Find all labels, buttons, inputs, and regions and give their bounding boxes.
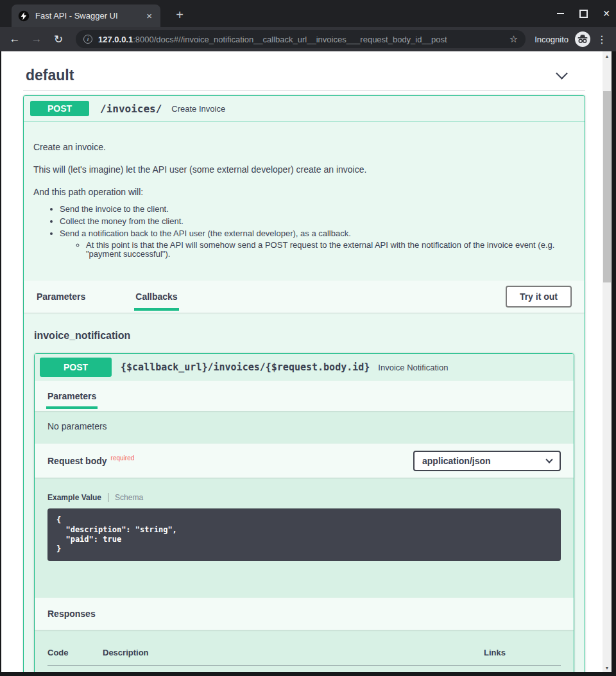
new-tab-button[interactable]: +	[171, 6, 189, 24]
parameters-header-row: Parameters	[35, 381, 574, 411]
window-controls: ✕	[556, 5, 611, 22]
operation-path: /invoices/	[100, 103, 162, 115]
swagger-page: default POST /invoices/ Create Invoice C…	[1, 51, 603, 672]
tab-strip: Fast API - Swagger UI × + ✕	[0, 0, 616, 27]
request-body-label: Request bodyrequired	[47, 456, 134, 466]
example-code-block: { "description": "string", "paid": true …	[47, 508, 561, 561]
description-paragraph: This will (let's imagine) let the API us…	[33, 164, 572, 176]
column-header-description: Description	[103, 648, 484, 666]
media-type-select[interactable]: application/json	[413, 451, 561, 471]
scrollbar-thumb[interactable]	[603, 91, 611, 282]
scroll-up-icon[interactable]: ▲	[603, 51, 612, 60]
bookmark-star-icon[interactable]: ☆	[509, 33, 518, 45]
column-header-code: Code	[47, 648, 103, 666]
page-scrollbar[interactable]: ▲ ▼	[603, 51, 612, 672]
forward-icon[interactable]: →	[28, 31, 45, 48]
request-body-section: Example Value Schema { "description": "s…	[35, 478, 574, 598]
tab-example-value[interactable]: Example Value	[47, 493, 101, 502]
description-paragraph: Create an invoice.	[33, 141, 572, 153]
opblock-create-invoice: POST /invoices/ Create Invoice Create an…	[23, 95, 585, 672]
incognito-icon	[575, 31, 590, 47]
column-header-links: Links	[484, 648, 561, 666]
section-divider	[23, 91, 585, 91]
scroll-down-icon[interactable]: ▼	[603, 663, 612, 672]
chevron-down-icon	[545, 456, 552, 463]
responses-table-section: Code Description Links 200 Successful Re…	[35, 630, 574, 672]
description-paragraph: And this path operation will:	[33, 186, 572, 198]
responses-label: Responses	[47, 609, 96, 619]
response-links: No links	[484, 666, 561, 673]
list-item: Send the invoice to the client.	[60, 204, 572, 214]
section-title: default	[26, 67, 74, 84]
tab-divider	[108, 493, 108, 502]
incognito-label: Incognito	[535, 35, 569, 44]
url-text: 127.0.0.1:8000/docs#//invoice_notificati…	[98, 35, 504, 44]
callback-path: {$callback_url}/invoices/{$request.body.…	[121, 361, 370, 373]
callbacks-body: invoice_notification POST {$callback_url…	[24, 330, 585, 672]
description-sublist: At this point is that the API will someh…	[60, 241, 572, 259]
reload-icon[interactable]: ↻	[50, 31, 67, 48]
chevron-down-icon[interactable]	[556, 67, 567, 79]
opblock-invoice-notification: POST {$callback_url}/invoices/{$request.…	[34, 353, 574, 672]
response-description: Successful Response	[103, 666, 484, 673]
callback-summary-text: Invoice Notification	[378, 363, 448, 372]
section-header-default[interactable]: default	[26, 65, 585, 85]
method-badge: POST	[40, 358, 112, 377]
method-badge: POST	[30, 101, 89, 116]
browser-tab[interactable]: Fast API - Swagger UI ×	[12, 4, 160, 27]
request-body-row: Request bodyrequired application/json	[35, 444, 574, 478]
back-icon[interactable]: ←	[6, 31, 23, 48]
fastapi-favicon-icon	[18, 10, 30, 22]
tab-close-icon[interactable]: ×	[144, 10, 154, 21]
description-list: Send the invoice to the client. Collect …	[33, 204, 572, 259]
responses-table: Code Description Links 200 Successful Re…	[47, 648, 561, 672]
opblock-summary[interactable]: POST /invoices/ Create Invoice	[24, 96, 585, 122]
address-bar[interactable]: i 127.0.0.1:8000/docs#//invoice_notifica…	[76, 30, 526, 48]
minimize-button[interactable]	[556, 9, 565, 18]
responses-header-row: Responses	[35, 598, 574, 630]
media-type-value: application/json	[422, 456, 547, 466]
callback-name: invoice_notification	[34, 330, 574, 342]
tab-callbacks[interactable]: Callbacks	[135, 291, 177, 302]
no-parameters-text: No parameters	[47, 421, 107, 431]
list-item: Send a notification back to the API user…	[60, 229, 572, 259]
url-rest: :8000/docs#//invoice_notification__callb…	[133, 35, 447, 44]
maximize-button[interactable]	[579, 9, 588, 18]
list-item: At this point is that the API will someh…	[86, 241, 572, 259]
model-example-tabs: Example Value Schema	[47, 493, 561, 502]
table-row: 200 Successful Response No links	[47, 666, 561, 673]
operation-description: Create an invoice. This will (let's imag…	[24, 122, 585, 281]
browser-menu-icon[interactable]: ⋮	[597, 33, 607, 46]
try-it-out-button[interactable]: Try it out	[506, 286, 572, 308]
list-item: Collect the money from the client.	[60, 216, 572, 226]
browser-toolbar: ← → ↻ i 127.0.0.1:8000/docs#//invoice_no…	[0, 27, 616, 51]
tab-title: Fast API - Swagger UI	[35, 11, 144, 21]
tab-parameters-inner[interactable]: Parameters	[47, 391, 96, 401]
close-button[interactable]: ✕	[602, 9, 611, 18]
page-info-icon[interactable]: i	[83, 35, 92, 44]
operation-summary: Create Invoice	[171, 104, 225, 114]
browser-window: Fast API - Swagger UI × + ✕ ← → ↻ i 127.…	[0, 0, 616, 676]
no-parameters-section: No parameters	[35, 411, 574, 444]
response-code: 200	[47, 666, 103, 673]
url-host: 127.0.0.1	[98, 35, 133, 44]
required-badge: required	[111, 455, 135, 462]
operation-tabs-row: Parameters Callbacks Try it out	[24, 281, 585, 313]
page-viewport: default POST /invoices/ Create Invoice C…	[1, 51, 612, 672]
tab-parameters[interactable]: Parameters	[37, 291, 85, 302]
tab-schema[interactable]: Schema	[115, 493, 143, 502]
callback-summary[interactable]: POST {$callback_url}/invoices/{$request.…	[35, 354, 574, 381]
